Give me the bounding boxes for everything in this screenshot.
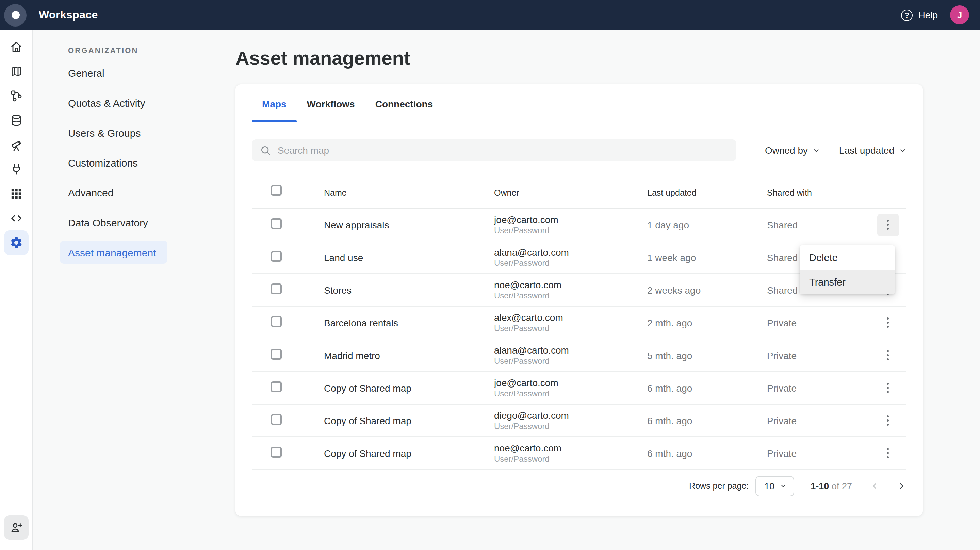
main-content: Asset management Maps Workflows C [204, 30, 980, 550]
row-actions-cell [869, 214, 907, 236]
help-circle-icon: ? [901, 9, 913, 21]
owner-email: alana@carto.com [494, 344, 647, 356]
connections-plug-icon [9, 162, 23, 176]
tab[interactable]: Connections [365, 84, 443, 122]
row-checkbox[interactable] [271, 414, 282, 425]
map-name: Stores [324, 285, 494, 295]
rows-per-page-select[interactable]: 10 [756, 476, 794, 496]
rows-per-page-value: 10 [764, 481, 775, 491]
maps-icon [9, 65, 23, 78]
row-checkbox[interactable] [271, 447, 282, 458]
sidebar-item[interactable]: Users & Groups [60, 121, 167, 144]
last-updated-value: 6 mth. ago [647, 415, 767, 426]
search-input[interactable] [276, 144, 728, 156]
sidebar-section-title: ORGANIZATION [68, 46, 204, 54]
workspace-app: Workspace ? Help J [0, 0, 980, 550]
map-name: Copy of Shared map [324, 382, 494, 393]
column-owner: Owner [494, 188, 647, 198]
owner-auth-method: User/Password [494, 291, 647, 301]
owner-cell: alex@carto.com User/Password [494, 312, 647, 333]
row-menu-button[interactable] [877, 214, 899, 236]
select-all-checkbox[interactable] [271, 185, 282, 196]
row-actions-cell [869, 442, 907, 464]
context-menu-item-label: Transfer [809, 277, 846, 288]
search-icon [260, 145, 271, 156]
sidebar-item-label: Data Observatory [68, 217, 148, 228]
sidebar-item[interactable]: Data Observatory [60, 211, 167, 234]
owner-auth-method: User/Password [494, 323, 647, 333]
rail-item-settings[interactable] [4, 230, 28, 255]
row-checkbox[interactable] [271, 251, 282, 262]
owner-auth-method: User/Password [494, 356, 647, 366]
owner-auth-method: User/Password [494, 454, 647, 464]
rail-item-data-observatory[interactable] [4, 133, 28, 157]
row-checkbox[interactable] [271, 316, 282, 327]
column-shared-with: Shared with [767, 188, 869, 198]
sidebar-item-label: Customizations [68, 157, 138, 168]
settings-gear-icon [9, 236, 23, 249]
rail-item-maps[interactable] [4, 59, 28, 84]
row-checkbox-cell [252, 316, 324, 329]
last-updated-value: 2 mth. ago [647, 317, 767, 328]
row-checkbox[interactable] [271, 284, 282, 294]
person-add-icon [9, 521, 23, 534]
owner-auth-method: User/Password [494, 258, 647, 268]
map-name: Copy of Shared map [324, 448, 494, 458]
row-menu-button[interactable] [877, 410, 899, 431]
row-actions-cell [869, 344, 907, 366]
tab[interactable]: Maps [252, 84, 297, 122]
sidebar-item[interactable]: Asset management [60, 241, 167, 264]
prev-page-button[interactable] [870, 481, 879, 491]
workflows-icon [9, 89, 23, 103]
last-updated-filter[interactable]: Last updated [839, 145, 907, 156]
shared-with-value: Shared [767, 219, 869, 230]
rail-item-developers[interactable] [4, 206, 28, 230]
help-button[interactable]: ? Help [901, 9, 938, 21]
row-menu-button[interactable] [877, 312, 899, 333]
context-menu-item[interactable]: Delete [800, 246, 895, 270]
owner-email: diego@carto.com [494, 410, 647, 421]
owner-auth-method: User/Password [494, 421, 647, 431]
row-menu-button[interactable] [877, 344, 899, 366]
sidebar-item[interactable]: Quotas & Activity [60, 91, 167, 114]
row-checkbox-cell [252, 447, 324, 460]
search-map-field [252, 139, 737, 161]
row-checkbox[interactable] [271, 349, 282, 360]
data-explorer-icon [9, 114, 23, 127]
rail-item-data-explorer[interactable] [4, 108, 28, 133]
sidebar-item[interactable]: General [60, 61, 167, 84]
owned-by-filter[interactable]: Owned by [765, 145, 820, 156]
owner-auth-method: User/Password [494, 225, 647, 236]
map-name: Land use [324, 252, 494, 263]
owner-cell: noe@carto.com User/Password [494, 279, 647, 301]
filters-row: Owned by Last updated [252, 139, 907, 161]
map-name: Madrid metro [324, 350, 494, 361]
context-menu-item[interactable]: Transfer [800, 270, 895, 294]
sidebar-item[interactable]: Advanced [60, 181, 167, 204]
row-checkbox-cell [252, 349, 324, 362]
map-name: New appraisals [324, 219, 494, 230]
row-menu-button[interactable] [877, 442, 899, 464]
chevron-down-icon [780, 483, 787, 490]
tab-label: Workflows [307, 98, 355, 109]
sidebar-item[interactable]: Customizations [60, 151, 167, 174]
tab[interactable]: Workflows [297, 84, 365, 122]
row-checkbox[interactable] [271, 381, 282, 392]
carto-logo-icon[interactable] [4, 4, 27, 26]
rail-item-connections[interactable] [4, 157, 28, 182]
user-avatar[interactable]: J [950, 5, 969, 24]
invite-user-button[interactable] [4, 515, 28, 540]
row-checkbox[interactable] [271, 218, 282, 229]
shared-with-value: Private [767, 448, 869, 458]
rail-item-applications[interactable] [4, 182, 28, 206]
tab-label: Maps [262, 98, 286, 109]
next-page-button[interactable] [897, 481, 907, 491]
sidebar-item-label: Asset management [68, 246, 156, 258]
last-updated-value: 1 week ago [647, 252, 767, 263]
rail-item-home[interactable] [4, 35, 28, 59]
context-menu-item-label: Delete [809, 252, 838, 263]
row-menu-button[interactable] [877, 377, 899, 399]
rail-item-workflows[interactable] [4, 84, 28, 108]
app-title: Workspace [39, 9, 98, 21]
developers-code-icon [9, 211, 23, 225]
